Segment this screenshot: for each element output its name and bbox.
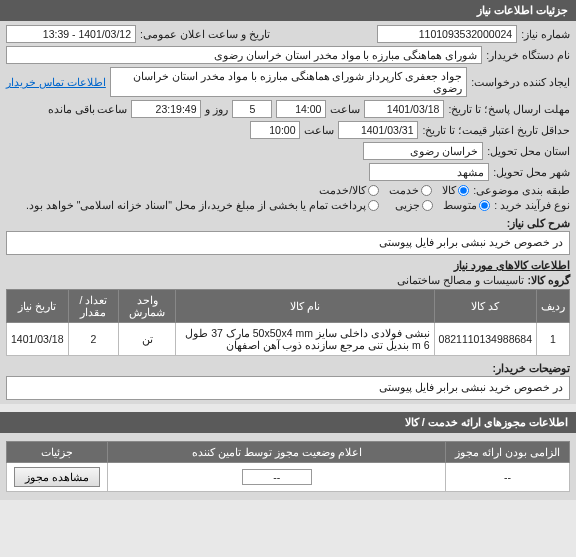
desc-text: در خصوص خرید نبشی برابر فایل پیوستی <box>6 231 570 255</box>
proc-small-radio[interactable] <box>422 200 433 211</box>
proc-mid-label: متوسط <box>443 199 477 211</box>
cat-khadamat-radio[interactable] <box>421 185 432 196</box>
city-label: شهر محل تحویل: <box>493 166 570 178</box>
col-mandatory: الزامی بودن ارائه مجوز <box>446 442 570 463</box>
cell-mandatory: -- <box>446 463 570 492</box>
col-code: کد کالا <box>434 290 536 323</box>
remaining-label: ساعت باقی مانده <box>48 103 128 115</box>
process-radio-group: متوسط جزیی <box>395 199 490 211</box>
items-header: اطلاعات کالاهای مورد نیاز <box>6 259 570 272</box>
items-table: ردیف کد کالا نام کالا واحد شمارش تعداد /… <box>6 289 570 356</box>
col-status: اعلام وضعیت مجوز توسط تامین کننده <box>108 442 446 463</box>
validity-time-field: 10:00 <box>250 121 300 139</box>
validity-label: حداقل تاریخ اعتبار قیمت؛ تا تاریخ: <box>422 124 570 136</box>
permits-header: اطلاعات مجوزهای ارائه خدمت / کالا <box>0 412 576 433</box>
group-value: تاسیسات و مصالح ساختمانی <box>397 274 524 286</box>
remaining-time-field: 23:19:49 <box>131 100 201 118</box>
cell-row: 1 <box>537 323 570 356</box>
cell-date: 1401/03/18 <box>7 323 69 356</box>
deadline-time-field: 14:00 <box>276 100 326 118</box>
requester-field: جواد جعفری کارپرداز شورای هماهنگی مبارزه… <box>110 67 467 97</box>
col-unit: واحد شمارش <box>119 290 176 323</box>
cat-both-option[interactable]: کالا/خدمت <box>319 184 379 196</box>
cell-status: -- <box>108 463 446 492</box>
cell-name: نبشی فولادی داخلی سایز 50x50x4 mm مارک 3… <box>176 323 434 356</box>
table-row: 1 0821110134988684 نبشی فولادی داخلی سای… <box>7 323 570 356</box>
validity-date-field: 1401/03/31 <box>338 121 418 139</box>
time-label-1: ساعت <box>330 103 360 115</box>
cat-both-label: کالا/خدمت <box>319 184 366 196</box>
permits-body: الزامی بودن ارائه مجوز اعلام وضعیت مجوز … <box>0 433 576 500</box>
category-radio-group: کالا خدمت کالا/خدمت <box>319 184 469 196</box>
payment-note-radio[interactable] <box>368 200 379 211</box>
col-name: نام کالا <box>176 290 434 323</box>
buyer-notes-text: در خصوص خرید نبشی برابر فایل پیوستی <box>6 376 570 400</box>
cat-kala-option[interactable]: کالا <box>442 184 469 196</box>
payment-note-label: پرداخت تمام یا بخشی از مبلغ خرید،از محل … <box>26 199 366 211</box>
status-select[interactable]: -- <box>242 469 312 485</box>
cat-khadamat-option[interactable]: خدمت <box>389 184 432 196</box>
col-qty: تعداد / مقدار <box>68 290 119 323</box>
province-field: خراسان رضوی <box>363 142 483 160</box>
col-details: جزئیات <box>7 442 108 463</box>
buyer-label: نام دستگاه خریدار: <box>486 49 570 61</box>
table-row: -- -- مشاهده مجوز <box>7 463 570 492</box>
proc-mid-option[interactable]: متوسط <box>443 199 490 211</box>
time-label-2: ساعت <box>304 124 334 136</box>
category-label: طبقه بندی موضوعی: <box>473 184 570 196</box>
contact-link[interactable]: اطلاعات تماس خریدار <box>6 76 106 88</box>
proc-small-option[interactable]: جزیی <box>395 199 433 211</box>
buyer-field: شورای هماهنگی مبارزه با مواد مخدر استان … <box>6 46 482 64</box>
cell-unit: تن <box>119 323 176 356</box>
deadline-label: مهلت ارسال پاسخ؛ تا تاریخ: <box>448 103 570 115</box>
cat-khadamat-label: خدمت <box>389 184 419 196</box>
announce-field: 1401/03/12 - 13:39 <box>6 25 136 43</box>
view-permit-button[interactable]: مشاهده مجوز <box>14 467 100 487</box>
details-body: شماره نیاز: 1101093532000024 تاریخ و ساع… <box>0 21 576 404</box>
permits-table: الزامی بودن ارائه مجوز اعلام وضعیت مجوز … <box>6 441 570 492</box>
proc-small-label: جزیی <box>395 199 420 211</box>
process-label: نوع فرآیند خرید : <box>494 199 570 211</box>
days-field: 5 <box>232 100 272 118</box>
group-label: گروه کالا: <box>528 274 570 286</box>
cell-qty: 2 <box>68 323 119 356</box>
details-header: جزئیات اطلاعات نیاز <box>0 0 576 21</box>
col-row: ردیف <box>537 290 570 323</box>
proc-mid-radio[interactable] <box>479 200 490 211</box>
desc-label: شرح کلی نیاز: <box>507 217 570 229</box>
city-field: مشهد <box>369 163 489 181</box>
need-number-field: 1101093532000024 <box>377 25 517 43</box>
cat-kala-radio[interactable] <box>458 185 469 196</box>
cat-kala-label: کالا <box>442 184 456 196</box>
cell-code: 0821110134988684 <box>434 323 536 356</box>
cell-details: مشاهده مجوز <box>7 463 108 492</box>
cat-both-radio[interactable] <box>368 185 379 196</box>
payment-note-option[interactable]: پرداخت تمام یا بخشی از مبلغ خرید،از محل … <box>26 199 379 211</box>
announce-label: تاریخ و ساعت اعلان عمومی: <box>140 28 270 40</box>
buyer-notes-label: توضیحات خریدار: <box>493 362 570 374</box>
need-number-label: شماره نیاز: <box>521 28 570 40</box>
requester-label: ایجاد کننده درخواست: <box>471 76 570 88</box>
province-label: استان محل تحویل: <box>487 145 570 157</box>
days-label: روز و <box>205 103 228 115</box>
col-date: تاریخ نیاز <box>7 290 69 323</box>
deadline-date-field: 1401/03/18 <box>364 100 444 118</box>
